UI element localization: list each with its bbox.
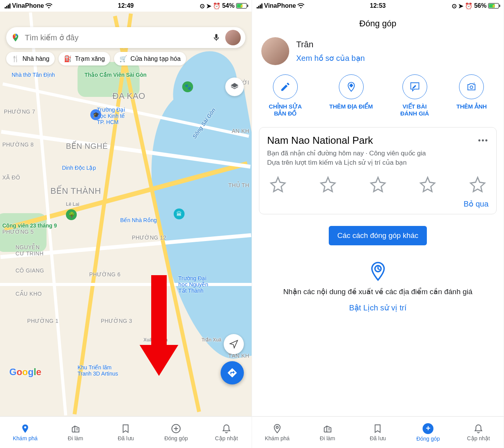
- map-ward: PHƯỜNG 1: [27, 318, 59, 324]
- nav-explore[interactable]: Khám phá: [0, 417, 50, 448]
- skip-button[interactable]: Bỏ qua: [267, 199, 488, 208]
- search-placeholder: Tìm kiếm ở đây: [25, 33, 207, 42]
- nav-label: Đi làm: [320, 435, 335, 441]
- map-ward: PHƯỜNG 6: [89, 271, 121, 277]
- chip-grocery[interactable]: 🛒Cửa hàng tạp hóa: [114, 52, 186, 65]
- nav-label: Đi làm: [68, 435, 83, 441]
- review-suggestion-card: Nam Nao National Park ••• Bạn đã nhận ch…: [259, 127, 497, 214]
- action-label: THÊM ĐỊA ĐIỂM: [329, 103, 373, 110]
- action-add-place[interactable]: THÊM ĐỊA ĐIỂM: [329, 74, 373, 117]
- map-street: Lê Lai: [66, 202, 79, 207]
- user-avatar[interactable]: [225, 30, 241, 45]
- plus-circle-icon: +: [423, 423, 433, 434]
- map-ward: AN KH: [232, 128, 249, 134]
- nav-saved[interactable]: Đã lưu: [353, 417, 403, 448]
- action-edit-map[interactable]: CHỈNH SỬA BẢN ĐỒ: [269, 74, 302, 117]
- svg-point-3: [470, 86, 473, 89]
- action-write-review[interactable]: VIẾT BÀI ĐÁNH GIÁ: [400, 74, 429, 117]
- suggestion-section: Nhận các nội dung đề xuất về các địa điể…: [252, 257, 504, 316]
- carrier-label: VinaPhone: [12, 2, 44, 9]
- other-ways-button[interactable]: Các cách đóng góp khác: [329, 226, 427, 245]
- map-ward: CẦU KHO: [16, 291, 42, 297]
- gas-pump-icon: ⛽: [64, 55, 72, 62]
- map-ward: PHƯỜNG 5: [2, 229, 34, 235]
- chip-label: Trạm xăng: [75, 55, 105, 62]
- map-poi[interactable]: Thảo Cầm Viên Sài Gòn: [85, 72, 147, 78]
- signal-icon: [5, 3, 10, 9]
- nav-label: Cập nhật: [215, 435, 238, 441]
- chip-restaurants[interactable]: 🍴Nhà hàng: [6, 52, 55, 65]
- svg-point-1: [24, 426, 26, 428]
- profile-section: Trân Xem hồ sơ của bạn: [252, 33, 504, 68]
- google-maps-logo-icon: [11, 33, 20, 42]
- wifi-icon: [297, 3, 304, 9]
- add-location-icon: [346, 81, 357, 92]
- user-avatar[interactable]: [261, 37, 289, 65]
- enable-location-history-link[interactable]: Bật Lịch sử vị trí: [264, 303, 492, 312]
- action-label: CHỈNH SỬA BẢN ĐỒ: [269, 103, 302, 117]
- star-5[interactable]: [469, 176, 486, 193]
- map-pin-tree-icon[interactable]: 🌳: [66, 209, 77, 220]
- battery-pct-label: 56%: [474, 2, 487, 9]
- fork-knife-icon: 🍴: [12, 55, 19, 62]
- map-layers-button[interactable]: [225, 78, 244, 96]
- nav-label: Đóng góp: [164, 435, 188, 441]
- search-bar[interactable]: Tìm kiếm ở đây: [6, 27, 245, 48]
- map-poi[interactable]: Trường Đại học Nguyễn Tất Thành: [178, 275, 208, 294]
- rating-stars: [267, 167, 488, 195]
- nav-contribute[interactable]: Đóng góp: [151, 417, 201, 448]
- map-poi[interactable]: Nhà thờ Tân Định: [12, 72, 55, 78]
- bottom-nav: Khám phá Đi làm Đã lưu Đóng góp Cập nhật: [0, 416, 252, 448]
- google-logo: Google: [9, 367, 41, 377]
- orientation-lock-icon: ⊙: [452, 2, 457, 10]
- star-1[interactable]: [269, 176, 287, 193]
- star-3[interactable]: [369, 176, 387, 193]
- category-chips: 🍴Nhà hàng ⛽Trạm xăng 🛒Cửa hàng tạp hóa: [6, 52, 252, 65]
- action-label: VIẾT BÀI ĐÁNH GIÁ: [400, 103, 429, 117]
- bottom-nav: Khám phá Đi làm Đã lưu + Đóng góp Cập nh…: [252, 416, 504, 448]
- star-2[interactable]: [319, 176, 337, 193]
- tutorial-arrow: [143, 275, 174, 376]
- map-neighborhood: ĐA KAO: [112, 91, 145, 101]
- clock-label: 12:53: [370, 2, 386, 9]
- battery-icon: ⚡: [488, 3, 499, 9]
- review-subtitle: Bạn đã nhận chỉ đường hôm nay · Công viê…: [267, 149, 488, 167]
- directions-fab[interactable]: [221, 361, 244, 384]
- chip-gas[interactable]: ⛽Trạm xăng: [59, 52, 110, 65]
- action-add-photo[interactable]: THÊM ẢNH: [456, 74, 487, 117]
- star-4[interactable]: [419, 176, 436, 193]
- map-pin-museum-icon[interactable]: 🏛: [174, 208, 185, 219]
- nav-updates[interactable]: Cập nhật: [453, 417, 504, 448]
- map-street: Trần Xuâ: [202, 337, 221, 343]
- map-pin-paw-icon[interactable]: 🐾: [182, 81, 193, 92]
- map-canvas[interactable]: ĐA KAO BẾN NGHÉ BẾN THÀNH PHƯỜNG 17 PHƯỜ…: [0, 12, 252, 416]
- map-neighborhood: BẾN NGHÉ: [66, 141, 108, 151]
- svg-point-5: [276, 426, 278, 428]
- nav-updates[interactable]: Cập nhật: [201, 417, 252, 448]
- more-options-icon[interactable]: •••: [478, 136, 488, 145]
- microphone-icon[interactable]: [212, 33, 221, 42]
- chip-label: Cửa hàng tạp hóa: [130, 55, 180, 62]
- map-poi[interactable]: Bến Nhà Rồng: [120, 217, 157, 223]
- map-poi[interactable]: Trường Đại học Kinh tế TP. HCM: [97, 107, 125, 125]
- nav-go[interactable]: Đi làm: [302, 417, 353, 448]
- map-poi[interactable]: Khu Triển lãm Tranh 3D Artinus: [78, 364, 118, 377]
- map-poi[interactable]: Công viên 23 tháng 9: [2, 222, 57, 229]
- location-icon: ➤: [206, 2, 211, 10]
- review-icon: [409, 81, 420, 92]
- nav-contribute[interactable]: + Đóng góp: [403, 417, 453, 448]
- map-poi[interactable]: Dinh Độc Lập: [62, 165, 96, 171]
- map-neighborhood: BẾN THÀNH: [50, 186, 101, 196]
- nav-saved[interactable]: Đã lưu: [101, 417, 151, 448]
- nav-label: Đã lưu: [118, 435, 134, 441]
- nav-label: Đã lưu: [370, 435, 386, 441]
- my-location-button[interactable]: [224, 334, 244, 354]
- nav-explore[interactable]: Khám phá: [252, 417, 302, 448]
- view-profile-link[interactable]: Xem hồ sơ của bạn: [296, 53, 365, 63]
- contribute-actions: CHỈNH SỬA BẢN ĐỒ THÊM ĐỊA ĐIỂM VIẾT BÀI …: [252, 68, 504, 125]
- wifi-icon: [45, 3, 52, 9]
- nav-go[interactable]: Đi làm: [50, 417, 101, 448]
- review-place-title: Nam Nao National Park: [267, 134, 373, 146]
- map-ward: PHƯỜNG 8: [2, 141, 34, 148]
- map-pin-school-icon[interactable]: 🎓: [90, 109, 101, 120]
